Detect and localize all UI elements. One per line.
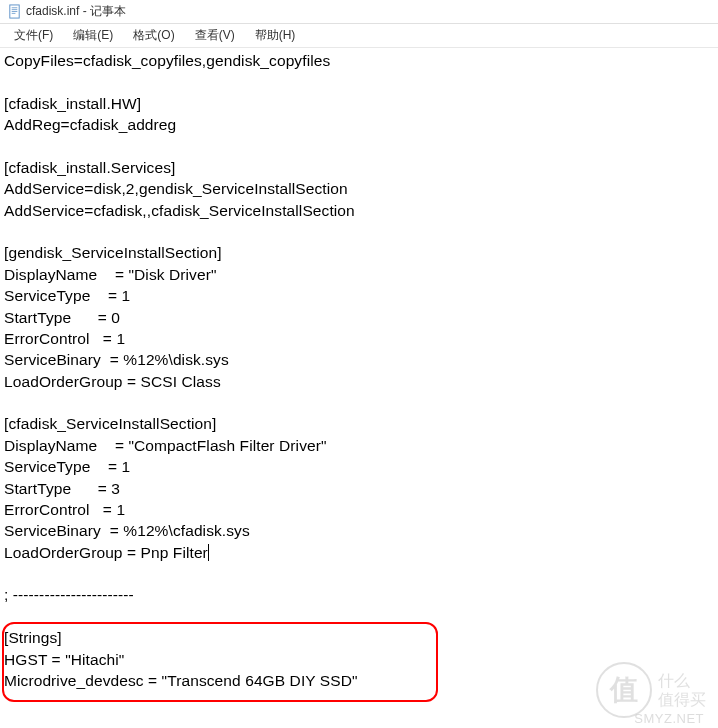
menu-help[interactable]: 帮助(H): [247, 25, 304, 46]
menubar: 文件(F) 编辑(E) 格式(O) 查看(V) 帮助(H): [0, 24, 718, 48]
text-line: [4, 606, 714, 627]
text-line: [cfadisk_install.HW]: [4, 93, 714, 114]
text-line: ServiceBinary = %12%\cfadisk.sys: [4, 520, 714, 541]
text-line: DisplayName = "CompactFlash Filter Drive…: [4, 435, 714, 456]
window-title: cfadisk.inf - 记事本: [26, 3, 126, 20]
text-line: StartType = 3: [4, 478, 714, 499]
text-line: [gendisk_ServiceInstallSection]: [4, 242, 714, 263]
menu-view[interactable]: 查看(V): [187, 25, 243, 46]
text-line: AddService=cfadisk,,cfadisk_ServiceInsta…: [4, 200, 714, 221]
window-titlebar: cfadisk.inf - 记事本: [0, 0, 718, 24]
text-editor-area[interactable]: CopyFiles=cfadisk_copyfiles,gendisk_copy…: [0, 48, 718, 693]
notepad-file-icon: [6, 4, 22, 20]
text-line: ErrorControl = 1: [4, 328, 714, 349]
text-line: [4, 136, 714, 157]
text-line: [Strings]: [4, 627, 714, 648]
text-line: [4, 392, 714, 413]
text-line: [cfadisk_install.Services]: [4, 157, 714, 178]
menu-format[interactable]: 格式(O): [125, 25, 182, 46]
text-line: CopyFiles=cfadisk_copyfiles,gendisk_copy…: [4, 50, 714, 71]
text-line: [4, 71, 714, 92]
text-line: [4, 221, 714, 242]
text-line: [4, 563, 714, 584]
text-line: ServiceBinary = %12%\disk.sys: [4, 349, 714, 370]
menu-file[interactable]: 文件(F): [6, 25, 61, 46]
menu-edit[interactable]: 编辑(E): [65, 25, 121, 46]
watermark: 值 什么 值得买: [596, 662, 706, 718]
watermark-circle-icon: 值: [596, 662, 652, 718]
text-line: AddService=disk,2,gendisk_ServiceInstall…: [4, 178, 714, 199]
text-line: LoadOrderGroup = Pnp Filter: [4, 542, 714, 563]
text-line: [cfadisk_ServiceInstallSection]: [4, 413, 714, 434]
text-line: ErrorControl = 1: [4, 499, 714, 520]
text-line: ServiceType = 1: [4, 285, 714, 306]
text-line: AddReg=cfadisk_addreg: [4, 114, 714, 135]
watermark-cn-top: 什么: [658, 671, 706, 690]
text-line: DisplayName = "Disk Driver": [4, 264, 714, 285]
text-line: StartType = 0: [4, 307, 714, 328]
watermark-cn-text: 什么 值得买: [658, 671, 706, 709]
text-line: ; -----------------------: [4, 584, 714, 605]
text-line: ServiceType = 1: [4, 456, 714, 477]
watermark-url: SMYZ.NET: [634, 711, 704, 726]
text-line: LoadOrderGroup = SCSI Class: [4, 371, 714, 392]
watermark-cn-bottom: 值得买: [658, 690, 706, 709]
